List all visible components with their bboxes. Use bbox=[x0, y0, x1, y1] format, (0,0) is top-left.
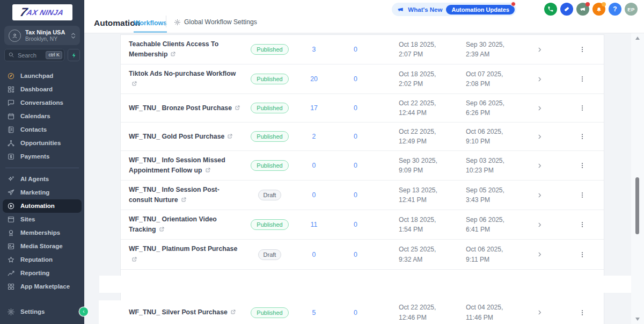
count-primary[interactable]: 5 bbox=[295, 309, 333, 316]
external-link-icon[interactable] bbox=[235, 105, 240, 111]
workflow-name[interactable]: WF_TNU_ Platinum Post Purchase bbox=[121, 240, 244, 269]
sidebar-item-dashboard[interactable]: Dashboard bbox=[3, 83, 82, 96]
row-expand-chevron[interactable] bbox=[518, 221, 561, 228]
sidebar-item-sites[interactable]: Sites bbox=[3, 213, 82, 226]
workflow-name[interactable]: WF_TNU_ Info Session Missed Appointment … bbox=[121, 151, 244, 180]
row-expand-chevron[interactable] bbox=[518, 309, 561, 316]
status-badge: Published bbox=[251, 307, 288, 318]
sidebar-collapse-button[interactable]: ‹ bbox=[79, 307, 88, 316]
count-primary[interactable]: 0 bbox=[295, 162, 333, 169]
scroll-down-arrow[interactable] bbox=[635, 318, 640, 321]
count-secondary[interactable]: 0 bbox=[333, 191, 378, 199]
sidebar-item-label: Memberships bbox=[20, 229, 60, 237]
row-menu-kebab[interactable] bbox=[561, 75, 604, 83]
row-menu-kebab[interactable] bbox=[561, 46, 604, 53]
profile-avatar[interactable]: EP bbox=[625, 3, 638, 16]
count-primary[interactable]: 3 bbox=[295, 46, 333, 53]
count-secondary[interactable]: 0 bbox=[333, 104, 378, 112]
announcements-icon[interactable] bbox=[576, 3, 589, 16]
count-primary[interactable]: 17 bbox=[295, 104, 333, 112]
scroll-up-arrow[interactable] bbox=[635, 37, 640, 40]
row-expand-chevron[interactable] bbox=[518, 251, 561, 258]
sidebar-item-label: Dashboard bbox=[20, 85, 53, 93]
sidebar-item-automation[interactable]: Automation bbox=[3, 199, 82, 213]
sidebar-item-opportunities[interactable]: Opportunities bbox=[3, 136, 82, 150]
sidebar-item-media-storage[interactable]: Media Storage bbox=[3, 240, 82, 253]
row-expand-chevron[interactable] bbox=[518, 162, 561, 169]
workflow-name[interactable]: Teachable Clients Access To Membership bbox=[121, 35, 244, 64]
sidebar-item-label: Conversations bbox=[20, 99, 63, 107]
sidebar-item-payments[interactable]: Payments bbox=[3, 150, 82, 163]
row-menu-kebab[interactable] bbox=[561, 133, 604, 140]
sidebar-item-conversations[interactable]: Conversations bbox=[3, 96, 82, 110]
notifications-bell-icon[interactable] bbox=[592, 3, 605, 16]
count-primary[interactable]: 20 bbox=[295, 75, 333, 83]
workflow-name[interactable]: WF_TNU_ Silver Post Purchase bbox=[121, 303, 244, 322]
count-primary[interactable]: 0 bbox=[295, 191, 333, 199]
count-secondary[interactable]: 0 bbox=[333, 133, 378, 140]
sidebar-item-launchpad[interactable]: Launchpad bbox=[3, 69, 82, 83]
chevron-updown-icon bbox=[71, 33, 76, 39]
sidebar-item-calendars[interactable]: Calendars bbox=[3, 110, 82, 123]
workflow-row: WF_TNU_ Gold Post Purchase Published 2 0… bbox=[121, 123, 604, 151]
date-primary: Oct 18 2025, 1:54 PM bbox=[378, 215, 451, 234]
row-menu-kebab[interactable] bbox=[561, 309, 604, 316]
count-primary[interactable]: 11 bbox=[295, 221, 333, 228]
count-secondary[interactable]: 0 bbox=[333, 46, 378, 53]
count-secondary[interactable]: 0 bbox=[333, 251, 378, 258]
automation-updates-badge[interactable]: Automation Updates bbox=[446, 5, 515, 15]
external-link-icon[interactable] bbox=[131, 81, 137, 87]
external-link-icon[interactable] bbox=[181, 197, 187, 203]
external-link-icon[interactable] bbox=[159, 226, 165, 232]
sidebar-item-settings[interactable]: Settings bbox=[3, 305, 82, 319]
sidebar-item-reporting[interactable]: Reporting bbox=[3, 267, 82, 280]
row-menu-kebab[interactable] bbox=[561, 221, 604, 228]
location-name: Tax Ninja USA bbox=[25, 29, 67, 35]
row-expand-chevron[interactable] bbox=[518, 192, 561, 199]
brand-logo[interactable]: 7AX NINJA bbox=[12, 4, 72, 20]
count-secondary[interactable]: 0 bbox=[333, 162, 378, 169]
row-expand-chevron[interactable] bbox=[518, 76, 561, 83]
count-primary[interactable]: 0 bbox=[295, 251, 333, 258]
external-link-icon[interactable] bbox=[205, 167, 211, 173]
quick-actions-button[interactable] bbox=[68, 49, 80, 61]
whats-new-pill[interactable]: What's New Automation Updates bbox=[392, 3, 516, 16]
workflow-name[interactable]: Tiktok Ads No-purchase Workflow bbox=[121, 64, 244, 93]
help-icon[interactable]: ? bbox=[609, 3, 621, 16]
external-link-icon[interactable] bbox=[131, 256, 137, 262]
row-menu-kebab[interactable] bbox=[561, 104, 604, 112]
sidebar-item-app-marketplace[interactable]: App Marketplace bbox=[3, 280, 82, 293]
row-expand-chevron[interactable] bbox=[518, 105, 561, 112]
workflow-name[interactable]: WF_TNU_ Gold Post Purchase bbox=[121, 127, 244, 146]
date-primary: Oct 22 2025, 12:49 PM bbox=[378, 127, 451, 146]
location-switcher[interactable]: Tax Ninja USA Brooklyn, NY bbox=[4, 26, 80, 45]
sidebar-item-reputation[interactable]: Reputation bbox=[3, 253, 82, 267]
workflow-row: WF_TNU_ Info Session Missed Appointment … bbox=[121, 151, 604, 181]
external-link-icon[interactable] bbox=[227, 133, 233, 139]
count-primary[interactable]: 2 bbox=[295, 133, 333, 140]
tab-workflows[interactable]: Workflows bbox=[134, 19, 167, 33]
row-menu-kebab[interactable] bbox=[561, 191, 604, 199]
sidebar-item-ai-agents[interactable]: AI Agents bbox=[3, 172, 82, 186]
table-bottom-sheet: WF_TNU_ Silver Post Purchase Published 5… bbox=[99, 300, 604, 324]
sidebar-item-marketing[interactable]: Marketing bbox=[3, 186, 82, 199]
sidebar-item-memberships[interactable]: Memberships bbox=[3, 226, 82, 240]
phone-icon[interactable] bbox=[544, 3, 557, 16]
workflow-name[interactable]: WF_TNU_ Orientation Video Tracking bbox=[121, 210, 244, 239]
external-link-icon[interactable] bbox=[230, 309, 236, 315]
tab-global-workflow-settings[interactable]: Global Workflow Settings bbox=[174, 18, 257, 26]
vertical-scrollbar[interactable] bbox=[631, 33, 644, 324]
workflow-name[interactable]: WF_TNU_ Info Session Post-consult Nurtur… bbox=[121, 181, 244, 210]
sidebar-item-contacts[interactable]: Contacts bbox=[3, 123, 82, 136]
row-menu-kebab[interactable] bbox=[561, 162, 604, 169]
row-expand-chevron[interactable] bbox=[518, 133, 561, 140]
rewards-icon[interactable] bbox=[560, 3, 573, 16]
external-link-icon[interactable] bbox=[170, 51, 176, 57]
count-secondary[interactable]: 0 bbox=[333, 75, 378, 83]
row-expand-chevron[interactable] bbox=[518, 46, 561, 53]
count-secondary[interactable]: 0 bbox=[333, 221, 378, 228]
row-menu-kebab[interactable] bbox=[561, 251, 604, 258]
workflow-name[interactable]: WF_TNU_ Bronze Post Purchase bbox=[121, 99, 244, 118]
scroll-thumb[interactable] bbox=[635, 177, 639, 234]
count-secondary[interactable]: 0 bbox=[333, 309, 378, 316]
